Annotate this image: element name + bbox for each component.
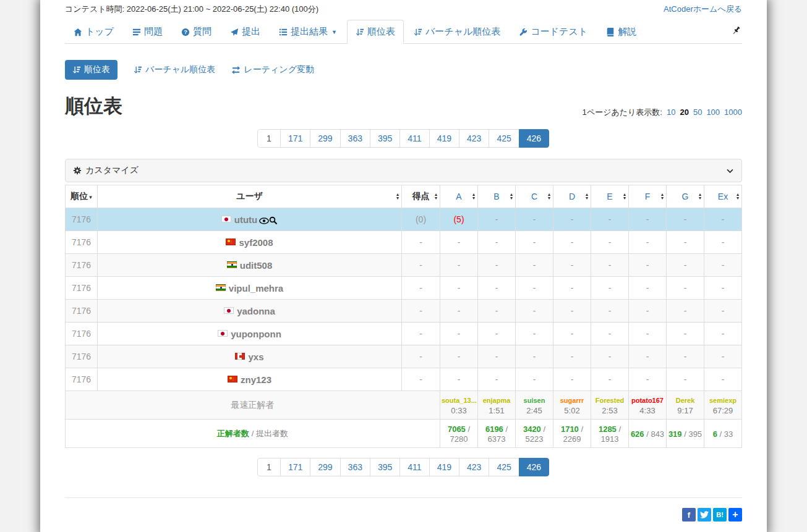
- subnav-バーチャル順位表[interactable]: バーチャル順位表: [134, 64, 215, 75]
- column-header-score[interactable]: 得点▴▾: [402, 185, 440, 208]
- result-cell: -: [591, 231, 629, 254]
- search-icon[interactable]: [269, 216, 278, 225]
- column-header-problem-G[interactable]: G▴▾: [667, 185, 704, 208]
- page-button-1[interactable]: 1: [257, 458, 281, 476]
- pagination-bottom: 1171299363395411419423425426: [65, 458, 742, 476]
- column-header-problem-E[interactable]: E▴▾: [591, 185, 629, 208]
- page-button-363[interactable]: 363: [340, 458, 370, 476]
- result-cell: -: [704, 231, 742, 254]
- hatena-share-button[interactable]: B!: [713, 508, 727, 521]
- page-button-423[interactable]: 423: [459, 458, 489, 476]
- standings-subnav: 順位表バーチャル順位表レーティング変動: [65, 60, 742, 80]
- page-button-425[interactable]: 425: [489, 458, 519, 476]
- page-button-171[interactable]: 171: [280, 458, 310, 476]
- page-button-411[interactable]: 411: [399, 129, 429, 148]
- page-button-425[interactable]: 425: [489, 129, 519, 148]
- nav-tab-link[interactable]: 解説: [597, 20, 645, 44]
- subnav-レーティング変動[interactable]: レーティング変動: [231, 64, 314, 75]
- column-header-user[interactable]: ユーザ▴▾: [98, 185, 402, 208]
- facebook-share-button[interactable]: f: [682, 508, 696, 521]
- per-page-option-1000[interactable]: 1000: [724, 108, 742, 117]
- submit-count: / 33: [717, 429, 733, 439]
- fastest-user-link[interactable]: Derek: [676, 397, 695, 404]
- username-link[interactable]: vipul_mehra: [229, 283, 283, 293]
- page-button-171[interactable]: 171: [280, 129, 310, 148]
- back-to-atcoder-link[interactable]: AtCoderホームへ戻る: [664, 4, 742, 15]
- score-cell: -: [402, 277, 440, 300]
- per-page-option-10[interactable]: 10: [667, 108, 675, 117]
- problem-link-D[interactable]: D: [569, 192, 575, 201]
- column-header-problem-Ex[interactable]: Ex▴▾: [704, 185, 742, 208]
- fastest-cell: enjapma1:51: [478, 391, 516, 420]
- problem-link-B[interactable]: B: [493, 192, 499, 201]
- username-link[interactable]: ututu: [234, 214, 257, 225]
- column-header-problem-A[interactable]: A▴▾: [440, 185, 478, 208]
- problem-link-Ex[interactable]: Ex: [718, 192, 728, 201]
- page-button-411[interactable]: 411: [399, 458, 429, 476]
- username-link[interactable]: yxs: [248, 352, 263, 362]
- username-link[interactable]: zny123: [241, 374, 271, 385]
- per-page-option-20[interactable]: 20: [680, 108, 688, 117]
- fastest-user-link[interactable]: Forested: [596, 397, 624, 404]
- page-button-426[interactable]: 426: [519, 458, 549, 476]
- fastest-user-link[interactable]: enjapma: [483, 397, 511, 404]
- column-header-problem-F[interactable]: F▴▾: [629, 185, 667, 208]
- page-button-419[interactable]: 419: [429, 458, 459, 476]
- nav-tab-link[interactable]: コードテスト: [510, 20, 596, 44]
- problem-link-E[interactable]: E: [607, 192, 612, 201]
- ac-count: 1710: [561, 424, 579, 434]
- page-button-363[interactable]: 363: [340, 129, 370, 148]
- result-cell: -: [440, 231, 478, 254]
- column-header-problem-B[interactable]: B▴▾: [478, 185, 516, 208]
- nav-tab-link[interactable]: 提出: [221, 20, 269, 44]
- chevron-down-icon[interactable]: [726, 167, 734, 175]
- page-button-1[interactable]: 1: [257, 129, 281, 148]
- twitter-share-button[interactable]: [698, 508, 711, 521]
- page-button-419[interactable]: 419: [429, 129, 459, 148]
- fastest-time: 2:53: [592, 405, 627, 416]
- nav-tab-link[interactable]: バーチャル順位表: [405, 20, 509, 44]
- fastest-user-link[interactable]: sugarrr: [560, 397, 584, 404]
- username-link[interactable]: syf2008: [239, 237, 273, 248]
- subnav-順位表[interactable]: 順位表: [65, 60, 117, 80]
- eye-icon[interactable]: [259, 217, 269, 225]
- nav-tab-link[interactable]: 順位表: [347, 20, 404, 44]
- page-button-395[interactable]: 395: [370, 458, 400, 476]
- result-cell: -: [667, 254, 704, 277]
- nav-tab-link[interactable]: ?質問: [173, 20, 220, 44]
- flag-cn-icon: [228, 376, 237, 382]
- problem-link-G[interactable]: G: [682, 192, 689, 201]
- problem-link-A[interactable]: A: [456, 192, 461, 201]
- customize-panel-header[interactable]: カスタマイズ: [66, 159, 741, 182]
- username-link[interactable]: udit508: [240, 260, 273, 271]
- nav-tab-link[interactable]: 提出結果▼: [270, 20, 346, 44]
- page-button-299[interactable]: 299: [310, 129, 340, 148]
- fastest-user-link[interactable]: semiexp: [709, 397, 737, 404]
- column-header-problem-D[interactable]: D▴▾: [553, 185, 591, 208]
- rank-cell: 7176: [66, 323, 98, 345]
- username-link[interactable]: yadonna: [237, 306, 275, 316]
- contest-nav-tabs: トップ問題?質問提出提出結果▼順位表バーチャル順位表コードテスト解説: [65, 20, 742, 44]
- problem-link-F[interactable]: F: [645, 192, 651, 201]
- per-page-option-50[interactable]: 50: [693, 108, 702, 117]
- problem-link-C[interactable]: C: [531, 192, 537, 201]
- column-header-problem-C[interactable]: C▴▾: [516, 185, 553, 208]
- rank-cell: 7176: [66, 277, 98, 300]
- username-link[interactable]: yuponponn: [231, 329, 281, 339]
- fastest-user-link[interactable]: potato167: [631, 397, 664, 404]
- nav-tab-link[interactable]: 問題: [124, 20, 171, 44]
- share-share-button[interactable]: +: [728, 508, 742, 521]
- page-button-426[interactable]: 426: [519, 129, 549, 148]
- fastest-user-link[interactable]: souta_13...: [442, 397, 477, 404]
- page-button-299[interactable]: 299: [310, 458, 340, 476]
- result-cell: -: [629, 323, 667, 345]
- column-header-rank[interactable]: 順位▾: [66, 185, 98, 208]
- per-page-option-100[interactable]: 100: [706, 108, 720, 117]
- nav-tab-link[interactable]: トップ: [65, 20, 122, 44]
- page-button-423[interactable]: 423: [459, 129, 489, 148]
- fastest-user-link[interactable]: suisen: [524, 397, 545, 404]
- pin-icon[interactable]: [732, 26, 741, 35]
- score-cell: -: [402, 300, 440, 323]
- page-button-395[interactable]: 395: [370, 129, 400, 148]
- result-cell: -: [591, 300, 629, 323]
